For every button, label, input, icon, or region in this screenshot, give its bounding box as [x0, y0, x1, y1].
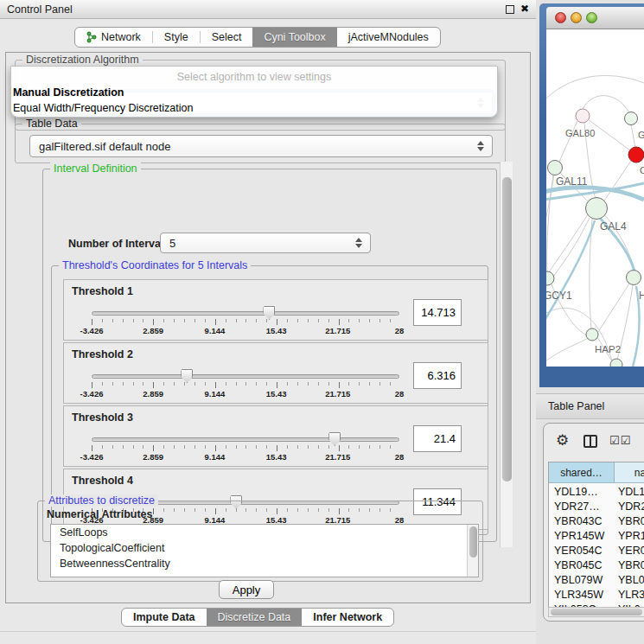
list-item[interactable]: TopologicalCoefficient: [51, 540, 478, 556]
node-bottom[interactable]: [610, 359, 622, 367]
list-item[interactable]: BetweennessCentrality: [51, 556, 478, 571]
tick-label: 2.859: [143, 452, 163, 462]
table-horizontal-scrollbar[interactable]: [548, 607, 644, 617]
tick-label: -3.426: [80, 326, 104, 335]
network-canvas[interactable]: GAL80 G C GAL11 GAL4 GCY1 H HAP2: [546, 29, 644, 367]
list-scrollbar[interactable]: [467, 525, 478, 577]
slider-track[interactable]: [92, 437, 399, 442]
tab-infer-network[interactable]: Infer Network: [302, 609, 393, 626]
node-red[interactable]: [628, 147, 644, 163]
table-cell[interactable]: YDL1: [618, 486, 644, 501]
column-header-shared-name[interactable]: shared…: [549, 462, 615, 483]
tab-style-label: Style: [164, 31, 188, 43]
table-cell[interactable]: YPR1: [618, 530, 644, 545]
tick-label: 15.43: [266, 452, 287, 462]
node-hap2[interactable]: [586, 328, 598, 341]
slider-track[interactable]: [92, 374, 399, 379]
tab-impute-data-label: Impute Data: [133, 611, 195, 623]
node-g[interactable]: [625, 112, 638, 125]
node-gal11[interactable]: [548, 161, 563, 175]
option-manual-discretization[interactable]: Manual Discretization: [13, 86, 124, 99]
network-window-titlebar[interactable]: [546, 7, 644, 29]
node-gcy1[interactable]: [546, 271, 554, 285]
threshold-2-value-input[interactable]: [413, 362, 462, 389]
tick-label: -3.426: [80, 452, 104, 462]
table-cell[interactable]: YBL079W: [554, 574, 603, 589]
tab-jactivemnodules-label: jActiveMNodules: [348, 31, 429, 43]
numerical-attributes-label: Numerical Attributes: [47, 508, 152, 520]
table-cell[interactable]: YBR0: [618, 515, 644, 530]
threshold-3-slider[interactable]: -3.426 2.859 9.144 15.43 21.715 28: [92, 406, 399, 468]
tab-discretize-data[interactable]: Discretize Data: [207, 609, 303, 626]
tab-impute-data[interactable]: Impute Data: [122, 609, 207, 626]
tick-label: 21.715: [325, 326, 350, 335]
table-cell[interactable]: YBR043C: [554, 515, 603, 530]
table-cell[interactable]: YBR045C: [554, 559, 603, 574]
tab-jactivemnodules[interactable]: jActiveMNodules: [337, 28, 440, 47]
apply-button[interactable]: Apply: [219, 580, 274, 599]
table-cell[interactable]: YER054C: [554, 545, 603, 559]
table-cell[interactable]: YLR345W: [554, 589, 603, 603]
tab-cyni-toolbox[interactable]: Cyni Toolbox: [252, 28, 336, 47]
node-gal4[interactable]: [586, 198, 608, 220]
threshold-2-slider[interactable]: -3.426 2.859 9.144 15.43 21.715 28: [92, 343, 399, 405]
table-data-legend: Table Data: [22, 118, 81, 130]
tick-label: 15.43: [266, 389, 287, 399]
slider-ticks: [92, 319, 400, 325]
control-panel-titlebar: Control Panel ✖: [0, 0, 536, 19]
tick-label: 9.144: [205, 389, 226, 399]
table-cell[interactable]: YBR0: [618, 559, 644, 574]
network-graph: GAL80 G C GAL11 GAL4 GCY1 H HAP2: [546, 29, 644, 367]
table-cell[interactable]: YPR145W: [554, 530, 604, 545]
close-traffic-light[interactable]: [555, 12, 566, 23]
slider-thumb[interactable]: [263, 306, 275, 320]
table-cell[interactable]: YDR2: [618, 501, 644, 515]
table-cell[interactable]: YER0: [618, 545, 644, 559]
table-data-combobox[interactable]: galFiltered.sif default node: [29, 135, 493, 157]
select-all-checkbox-icons[interactable]: ☑☑: [609, 434, 631, 447]
minimize-traffic-light[interactable]: [571, 12, 582, 23]
number-of-intervals-combobox[interactable]: 5: [160, 233, 371, 253]
tab-network[interactable]: Network: [75, 28, 152, 47]
node-gal80[interactable]: [576, 109, 590, 123]
table-cell[interactable]: YBL0: [618, 574, 644, 589]
table-cell[interactable]: YLR3: [618, 589, 644, 603]
tab-select[interactable]: Select: [201, 28, 253, 47]
float-window-icon[interactable]: [506, 5, 514, 14]
algorithm-dropdown-popup: Select algorithm to view settings Manual…: [10, 66, 498, 118]
list-item[interactable]: SelfLoops: [51, 525, 478, 540]
threshold-1-panel: Threshold 1 -3.426 2.859 9.144 15.43 21.…: [63, 279, 488, 341]
node-label-gal4: GAL4: [600, 220, 627, 233]
node-h[interactable]: [627, 271, 641, 285]
network-icon: [86, 31, 97, 43]
slider-thumb[interactable]: [328, 432, 341, 446]
table-cell[interactable]: YDL19…: [554, 486, 598, 501]
tick-label: 28: [395, 452, 405, 462]
gear-icon[interactable]: ⚙: [556, 431, 569, 450]
option-equal-width-frequency[interactable]: Equal Width/Frequency Discretization: [13, 102, 193, 114]
slider-thumb[interactable]: [181, 369, 193, 383]
column-header-name[interactable]: na: [615, 462, 644, 483]
tab-style[interactable]: Style: [153, 28, 200, 47]
combo-spinner-icon: [355, 238, 362, 248]
threshold-3-value-input[interactable]: [413, 425, 462, 452]
columns-icon[interactable]: [583, 435, 597, 448]
combo-spinner-icon: [477, 141, 484, 151]
zoom-traffic-light[interactable]: [586, 12, 597, 23]
panel-vertical-scrollbar[interactable]: [500, 162, 513, 547]
threshold-1-slider[interactable]: -3.426 2.859 9.144 15.43 21.715 28: [92, 280, 399, 341]
scrollbar-thumb[interactable]: [502, 177, 512, 481]
scrollbar-thumb[interactable]: [469, 526, 477, 558]
table-cell[interactable]: YDR27…: [554, 501, 600, 515]
divider: [0, 631, 536, 632]
cyni-toolbox-panel: Discretization Algorithm Table Data galF…: [5, 52, 531, 603]
node-table: shared… na YDL19… YDL1 YDR27… YDR2 YBR04…: [548, 462, 644, 607]
close-icon[interactable]: ✖: [520, 3, 529, 15]
node-label-c: C: [640, 165, 644, 175]
slider-track[interactable]: [92, 311, 399, 316]
numerical-attributes-list[interactable]: SelfLoops TopologicalCoefficient Between…: [50, 524, 479, 577]
scroll-area: Interval Definition Number of Intervals …: [13, 162, 513, 547]
scrollbar-thumb[interactable]: [551, 609, 642, 615]
threshold-3-panel: Threshold 3 -3.426 2.859 9.144 15.43 21.…: [63, 405, 488, 467]
threshold-1-value-input[interactable]: [413, 299, 462, 326]
